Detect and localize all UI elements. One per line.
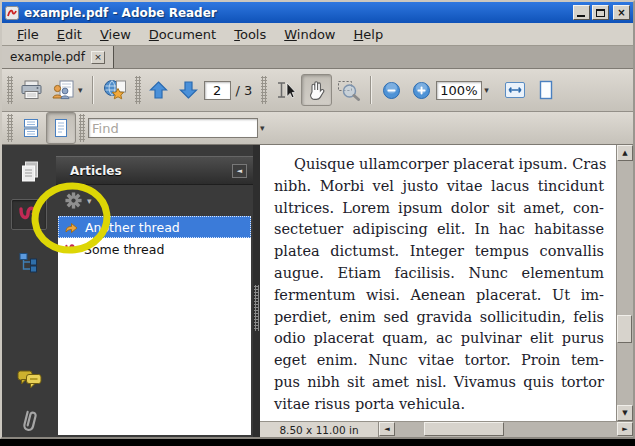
tab-example-pdf[interactable]: example.pdf × (2, 46, 114, 68)
menu-help[interactable]: Help (345, 25, 393, 44)
horizontal-scroll-thumb[interactable] (424, 422, 504, 436)
adobe-reader-window: example.pdf - Adobe Reader × File Edit V… (0, 0, 635, 439)
secondary-toolbar: ▾ (2, 112, 633, 145)
menu-edit[interactable]: Edit (48, 25, 91, 44)
print-button[interactable] (16, 74, 47, 106)
page-size-label: 8.50 x 11.00 in (260, 422, 378, 437)
articles-panel-header: Articles ◄ (56, 156, 253, 185)
gear-icon (65, 192, 82, 209)
toolbar-grip[interactable] (261, 76, 267, 104)
menu-document[interactable]: Document (140, 25, 225, 44)
document-column: Quisque ullamcorper placerat ipsum. Cras… (260, 145, 633, 437)
menu-bar: File Edit View Document Tools Window Hel… (2, 23, 633, 46)
title-bar: example.pdf - Adobe Reader × (2, 2, 633, 23)
splitter-grip[interactable] (254, 285, 259, 331)
page-number-input[interactable] (204, 81, 231, 100)
scroll-right-button[interactable]: ► (617, 422, 633, 436)
select-tool-icon (274, 80, 297, 100)
scrolling-pages-icon (21, 118, 41, 138)
marquee-zoom-icon (336, 79, 361, 101)
find-dropdown-arrow[interactable]: ▾ (260, 123, 265, 133)
pages-icon (18, 160, 41, 184)
collapse-icon: ◄ (237, 167, 242, 175)
scroll-down-button[interactable]: ▼ (617, 405, 633, 421)
horizontal-scrollbar[interactable]: ◄ ► (378, 422, 633, 437)
zoom-in-button[interactable] (406, 74, 436, 106)
document-line: ultrices. Lorem ipsum dolor sit amet, co… (274, 198, 604, 220)
zoom-level-input[interactable] (436, 81, 482, 100)
scrolling-mode-button[interactable] (16, 112, 46, 144)
vertical-scrollbar[interactable]: ▲ ▼ (616, 145, 633, 421)
layers-tree-icon (18, 252, 40, 274)
attachments-icon (18, 408, 41, 435)
horizontal-scroll-track[interactable] (395, 422, 617, 437)
printer-icon (20, 80, 43, 100)
scroll-up-button[interactable]: ▲ (617, 145, 633, 161)
menu-tools[interactable]: Tools (225, 25, 275, 44)
document-line: sectetuer adipiscing elit. In hac habita… (274, 219, 604, 241)
articles-panel-toolbar: ▾ (56, 185, 253, 216)
scroll-left-button[interactable]: ◄ (379, 422, 395, 436)
find-input[interactable] (88, 118, 258, 138)
previous-page-button[interactable] (144, 74, 174, 106)
collaborate-button[interactable]: ▾ (47, 74, 87, 106)
fit-width-icon (503, 80, 527, 100)
thread-item-another-thread[interactable]: Another thread (58, 216, 251, 238)
sidebar-item-layers[interactable] (11, 248, 47, 278)
document-text: Quisque ullamcorper placerat ipsum. Cras… (274, 154, 604, 416)
close-icon: × (617, 8, 625, 18)
zoom-out-button[interactable] (376, 74, 406, 106)
minimize-button[interactable] (573, 5, 590, 20)
toolbar-separator (92, 76, 93, 104)
sidebar-item-pages[interactable] (11, 157, 47, 187)
fit-page-button[interactable] (531, 74, 561, 106)
thread-item-some-thread[interactable]: Some thread (58, 238, 251, 260)
sidebar-item-comments[interactable] (11, 364, 47, 394)
options-menu-button[interactable]: ▾ (65, 192, 92, 209)
pdf-app-icon (5, 6, 19, 20)
marquee-zoom-button[interactable] (332, 74, 365, 106)
comments-icon (16, 368, 43, 390)
collapse-panel-button[interactable]: ◄ (232, 164, 247, 178)
toolbar-grip[interactable] (7, 114, 13, 142)
article-thread-icon (64, 242, 78, 256)
article-thread-icon (16, 202, 43, 228)
collaborate-icon (51, 80, 76, 100)
toolbar-grip[interactable] (135, 76, 141, 104)
toolbar-grip[interactable] (7, 76, 13, 104)
single-page-mode-button[interactable] (46, 112, 76, 144)
maximize-button[interactable] (592, 5, 609, 20)
hand-tool-button[interactable] (301, 74, 332, 106)
sidebar-item-attachments[interactable] (11, 407, 47, 437)
menu-view[interactable]: View (91, 25, 140, 44)
maximize-icon (596, 9, 605, 17)
vertical-scroll-track[interactable] (617, 161, 633, 405)
scroll-right-icon: ► (622, 425, 627, 433)
next-page-button[interactable] (174, 74, 204, 106)
tab-close-button[interactable]: × (91, 51, 105, 64)
minimize-icon (577, 15, 585, 17)
sidebar-item-articles[interactable] (11, 199, 47, 230)
main-toolbar: ▾ / 3 (2, 69, 633, 112)
document-line: vitae risus porta vehicula. (274, 394, 604, 416)
fit-width-button[interactable] (499, 74, 531, 106)
zoom-out-icon (382, 81, 401, 100)
page-count-label: / 3 (236, 83, 253, 98)
zoom-dropdown-arrow[interactable]: ▾ (484, 85, 489, 95)
article-thread-list: Another thread Some thread (58, 216, 251, 435)
up-arrow-icon (148, 80, 169, 100)
panel-splitter[interactable] (253, 145, 260, 437)
document-line: odio placerat quam, ac pulvinar elit pur… (274, 328, 604, 350)
document-line: nibh. Morbi vel justo vitae lacus tincid… (274, 176, 604, 198)
collaborate-dropdown-arrow: ▾ (78, 85, 83, 95)
menu-window[interactable]: Window (275, 25, 344, 44)
document-page[interactable]: Quisque ullamcorper placerat ipsum. Cras… (260, 145, 616, 421)
close-button[interactable]: × (613, 5, 630, 20)
share-online-button[interactable] (98, 74, 132, 106)
menu-file[interactable]: File (8, 25, 48, 44)
toolbar-grip[interactable] (79, 114, 85, 142)
globe-star-icon (102, 79, 128, 101)
select-tool-button[interactable] (270, 74, 301, 106)
thread-label: Another thread (85, 220, 180, 235)
vertical-scroll-thumb[interactable] (617, 315, 632, 343)
